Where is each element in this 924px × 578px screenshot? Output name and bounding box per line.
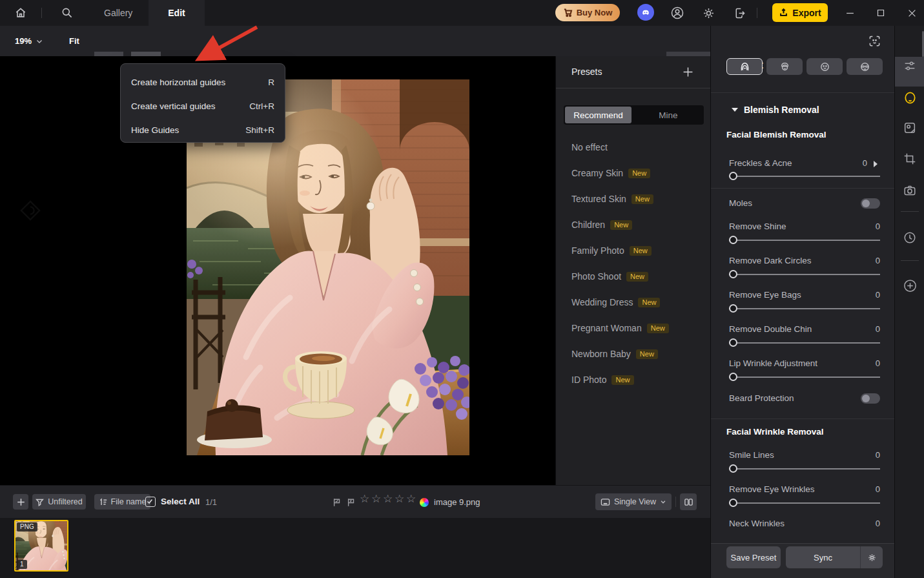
category-man-button[interactable] xyxy=(766,58,803,75)
camera-icon xyxy=(903,183,917,198)
preset-item[interactable]: Pregnant WomanNew xyxy=(571,315,669,341)
slider-knob[interactable] xyxy=(729,338,737,347)
discord-button[interactable] xyxy=(637,4,654,21)
remove-dark-circles-slider[interactable] xyxy=(729,270,880,279)
adjustments-tool-button[interactable] xyxy=(895,51,924,81)
preset-item[interactable]: Wedding DressNew xyxy=(571,289,660,315)
new-badge: New xyxy=(631,194,653,204)
single-view-icon xyxy=(601,497,610,507)
star-rating-icon[interactable]: ☆ xyxy=(395,493,404,504)
preset-item[interactable]: Family PhotoNew xyxy=(571,238,652,263)
remove-shine-slider[interactable] xyxy=(729,236,880,245)
star-rating-icon[interactable]: ☆ xyxy=(360,493,369,504)
preset-item[interactable]: ID PhotoNew xyxy=(571,367,634,393)
control-value: 0 xyxy=(865,290,880,300)
minimize-icon xyxy=(846,9,854,17)
woman-face-icon xyxy=(739,61,750,72)
category-glasses-button[interactable] xyxy=(847,58,883,75)
slider-knob[interactable] xyxy=(729,373,737,381)
slider-knob[interactable] xyxy=(729,464,737,473)
smile-lines-slider[interactable] xyxy=(729,464,880,473)
view-mode-dropdown[interactable]: Single View xyxy=(595,493,672,510)
tab-gallery[interactable]: Gallery xyxy=(104,8,132,18)
category-child-button[interactable] xyxy=(806,58,843,75)
control-value: 0 xyxy=(865,256,880,265)
tab-mine[interactable]: Mine xyxy=(633,105,704,125)
portrait-tool-button[interactable] xyxy=(895,83,924,112)
add-image-button[interactable] xyxy=(13,494,28,510)
select-all-label[interactable]: Select All xyxy=(161,497,200,506)
freckles-acne-slider[interactable] xyxy=(729,172,880,181)
category-woman-button[interactable] xyxy=(726,58,763,75)
control-label: Remove Eye Bags xyxy=(729,290,801,300)
preset-item[interactable]: Newborn BabyNew xyxy=(571,341,658,367)
gear-icon xyxy=(702,6,715,20)
flag-reject-icon[interactable] xyxy=(347,498,356,507)
preset-item[interactable]: Textured SkinNew xyxy=(571,186,653,212)
moles-toggle[interactable] xyxy=(861,198,880,209)
close-button[interactable] xyxy=(902,3,921,23)
split-view-button[interactable] xyxy=(680,493,697,510)
collapse-triangle-icon xyxy=(732,108,738,112)
control-label: Freckles & Acne xyxy=(729,158,792,168)
fit-button[interactable]: Fit xyxy=(69,36,79,46)
preset-item[interactable]: ChildrenNew xyxy=(571,212,632,238)
image-thumbnail[interactable]: PNG 1 xyxy=(14,520,68,572)
sort-button[interactable]: File name xyxy=(94,494,150,510)
toolbar-divider xyxy=(901,211,919,212)
buy-now-button[interactable]: Buy Now xyxy=(555,4,620,21)
settings-button[interactable] xyxy=(699,4,717,22)
control-label: Remove Eye Wrinkles xyxy=(729,484,815,494)
sync-settings-button[interactable] xyxy=(861,553,883,563)
face-detect-icon[interactable] xyxy=(868,35,881,47)
slider-knob[interactable] xyxy=(729,236,737,244)
zoom-level-dropdown[interactable]: 19% xyxy=(15,36,43,46)
topbar-divider xyxy=(757,8,757,18)
add-tool-button[interactable] xyxy=(895,271,924,300)
logout-button[interactable] xyxy=(730,4,748,22)
color-label-icon[interactable] xyxy=(420,498,429,507)
control-value: 0 xyxy=(865,324,880,334)
account-button[interactable] xyxy=(668,4,686,22)
new-badge: New xyxy=(611,375,633,385)
flag-pick-icon[interactable] xyxy=(333,498,342,507)
export-button[interactable]: Export xyxy=(772,3,828,22)
star-rating-icon[interactable]: ☆ xyxy=(406,493,416,504)
crop-tool-button[interactable] xyxy=(895,144,924,174)
slider-knob[interactable] xyxy=(729,499,737,507)
slider-knob[interactable] xyxy=(729,172,737,180)
remove-eye-bags-slider[interactable] xyxy=(729,304,880,313)
sync-button[interactable]: Sync xyxy=(786,546,883,568)
remove-eye-wrinkles-slider[interactable] xyxy=(729,499,880,508)
history-tool-button[interactable] xyxy=(895,223,924,253)
watermark-icon xyxy=(19,200,41,222)
preset-item[interactable]: Photo ShootNew xyxy=(571,263,648,289)
filter-button[interactable]: Unfiltered xyxy=(32,494,86,510)
preset-item[interactable]: Creamy SkinNew xyxy=(571,160,650,186)
home-button[interactable] xyxy=(12,4,30,22)
effects-tool-button[interactable] xyxy=(895,113,924,143)
maximize-button[interactable] xyxy=(871,3,890,23)
beard-protection-toggle[interactable] xyxy=(861,393,880,404)
add-preset-button[interactable] xyxy=(683,67,693,77)
camera-tool-button[interactable] xyxy=(895,176,924,205)
minimize-button[interactable] xyxy=(840,3,859,23)
select-all-checkbox[interactable] xyxy=(145,497,156,507)
remove-double-chin-slider[interactable] xyxy=(729,338,880,347)
menu-item-create-horizontal-guides[interactable]: Create horizontal guides R xyxy=(121,69,285,95)
search-button[interactable] xyxy=(58,4,76,22)
menu-item-create-vertical-guides[interactable]: Create vertical guides Ctrl+R xyxy=(121,93,285,119)
save-preset-button[interactable]: Save Preset xyxy=(726,546,781,568)
star-rating-icon[interactable]: ☆ xyxy=(383,493,393,504)
shortcut-label: Shift+R xyxy=(245,125,274,135)
lip-wrinkle-slider[interactable] xyxy=(729,373,880,382)
section-blemish-removal[interactable]: Blemish Removal xyxy=(732,105,819,115)
tab-recommend-label[interactable]: Recommend xyxy=(564,105,633,125)
menu-item-hide-guides[interactable]: Hide Guides Shift+R xyxy=(121,117,285,143)
star-rating-icon[interactable]: ☆ xyxy=(371,493,381,504)
slider-knob[interactable] xyxy=(729,304,737,313)
preset-item[interactable]: No effect xyxy=(571,134,608,160)
slider-knob[interactable] xyxy=(729,270,737,278)
guides-context-menu: Create horizontal guides R Create vertic… xyxy=(120,63,285,143)
expand-arrow-icon[interactable] xyxy=(874,161,878,167)
